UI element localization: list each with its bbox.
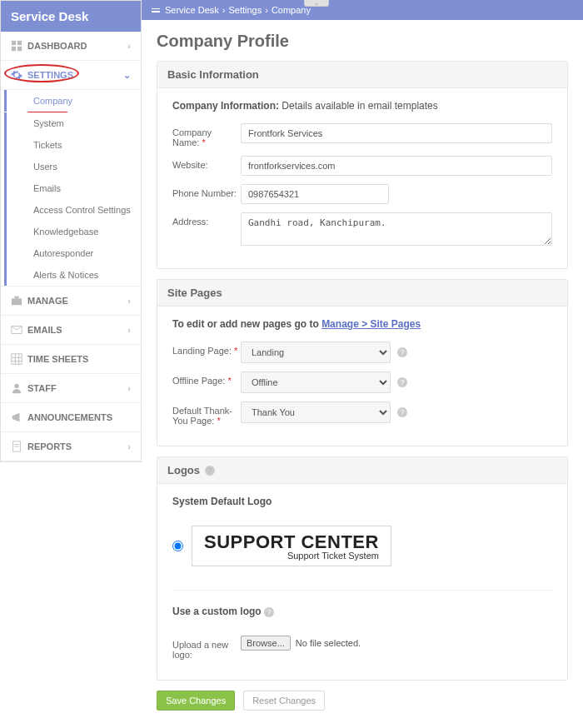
sidebar: Service Desk DASHBOARD › SETTINGS ⌄ Comp… [0,0,142,462]
nav-label: EMAILS [27,325,62,335]
panel-head-logos: Logos ? [157,457,567,484]
settings-subnav: Company System Tickets Users Emails Acce… [1,90,141,287]
svg-rect-7 [12,354,22,364]
document-icon [11,441,22,452]
user-icon [11,382,22,394]
chevron-right-icon: › [127,41,131,51]
svg-rect-3 [17,47,22,51]
nav-emails[interactable]: EMAILS › [1,316,141,345]
panel-head-site: Site Pages [157,280,567,307]
main-area: Service Desk › Settings › Company Compan… [142,0,583,722]
phone-input[interactable] [241,184,389,204]
help-icon[interactable]: ? [264,607,274,617]
basic-info-panel: Basic Information Company Information: D… [157,61,568,269]
nav-announcements[interactable]: ANNOUNCEMENTS [1,403,141,432]
page-title: Company Profile [157,32,568,51]
nav-label: MANAGE [27,296,68,306]
default-logo: SUPPORT CENTER Support Ticket System [192,526,391,566]
manage-site-pages-link[interactable]: Manage > Site Pages [321,318,421,330]
nav-label: STAFF [27,383,57,393]
help-icon[interactable]: ? [205,466,215,476]
nav-staff[interactable]: STAFF › [1,374,141,403]
grid-icon [11,353,22,365]
nav-label: DASHBOARD [27,41,87,51]
megaphone-icon [11,411,22,423]
svg-rect-0 [12,41,16,45]
site-pages-panel: Site Pages To edit or add new pages go t… [157,279,568,446]
subnav-system[interactable]: System [4,112,141,134]
thank-select[interactable]: Thank You [241,401,391,423]
nav-label: TIME SHEETS [27,354,88,364]
chevron-right-icon: › [127,296,131,306]
system-logo-radio[interactable] [172,541,183,551]
subnav-company[interactable]: Company [4,90,141,112]
action-buttons: Save Changes Reset Changes [157,691,568,711]
breadcrumb: Service Desk › Settings › Company [142,0,583,20]
subnav-acl[interactable]: Access Control Settings [4,199,141,221]
landing-label: Landing Page: * [172,342,241,356]
crumb-b[interactable]: Settings [228,5,262,15]
file-status: No file selected. [296,638,361,648]
help-icon[interactable]: ? [397,377,407,387]
divider [172,590,552,591]
content: Company Profile Basic Information Compan… [142,20,583,722]
subnav-alerts[interactable]: Alerts & Notices [4,264,141,286]
subnav-kb[interactable]: Knowledgebase [4,221,141,242]
intro-text: To edit or add new pages go to [172,318,321,330]
system-logo-label: System Default Logo [172,496,552,507]
subnav-users[interactable]: Users [4,156,141,177]
svg-rect-5 [14,297,18,299]
company-info-intro: Company Information: Details available i… [172,100,552,112]
nav-dashboard[interactable]: DASHBOARD › [1,32,141,61]
site-intro: To edit or add new pages go to Manage > … [172,318,552,330]
svg-rect-1 [17,41,22,45]
mail-icon [11,324,22,336]
svg-point-12 [14,384,18,388]
crumb-sep: › [222,5,226,15]
intro-bold: Company Information: [172,100,279,112]
offline-select[interactable]: Offline [241,371,391,393]
svg-rect-4 [12,298,22,305]
custom-logo-label: Use a custom logo ? [172,606,552,617]
nav-label: REPORTS [27,441,72,451]
nav-reports[interactable]: REPORTS › [1,432,141,461]
chevron-right-icon: › [127,383,131,393]
subnav-emails[interactable]: Emails [4,177,141,199]
reset-button[interactable]: Reset Changes [243,691,325,711]
nav-manage[interactable]: MANAGE › [1,287,141,316]
landing-select[interactable]: Landing [241,342,391,363]
upload-label: Upload a new logo: [172,636,241,660]
briefcase-icon [11,295,22,307]
svg-rect-2 [12,47,16,51]
panel-head-basic: Basic Information [157,62,567,88]
nav-label: SETTINGS [27,70,73,80]
dashboard-icon [11,40,22,52]
subnav-autoresponder[interactable]: Autoresponder [4,242,141,264]
gear-icon [11,69,22,81]
nav-label: ANNOUNCEMENTS [27,412,112,422]
crumb-c[interactable]: Company [272,5,311,15]
company-name-input[interactable] [241,123,552,143]
offline-label: Offline Page: * [172,371,241,386]
company-name-label: Company Name: * [172,123,241,147]
help-icon[interactable]: ? [397,407,407,417]
crumb-a[interactable]: Service Desk [165,5,219,15]
website-label: Website: [172,156,241,170]
phone-label: Phone Number: [172,184,241,198]
help-icon[interactable]: ? [397,347,407,357]
logos-panel: Logos ? System Default Logo SUPPORT CENT… [157,456,568,681]
nav-settings[interactable]: SETTINGS ⌄ [1,61,141,90]
address-label: Address: [172,212,241,227]
menu-icon[interactable] [152,8,160,12]
chevron-right-icon: › [127,441,131,451]
collapse-handle[interactable]: ⌄ [304,0,329,7]
intro-rest: Details available in email templates [279,100,438,112]
save-button[interactable]: Save Changes [157,691,235,711]
subnav-tickets[interactable]: Tickets [4,134,141,156]
website-input[interactable] [241,156,552,176]
address-textarea[interactable]: Gandhi road, Kanchipuram. [241,212,552,246]
nav-timesheets[interactable]: TIME SHEETS [1,345,141,374]
crumb-sep: › [265,5,268,15]
thank-label: Default Thank-You Page: * [172,401,241,426]
browse-button[interactable]: Browse... [241,636,291,651]
